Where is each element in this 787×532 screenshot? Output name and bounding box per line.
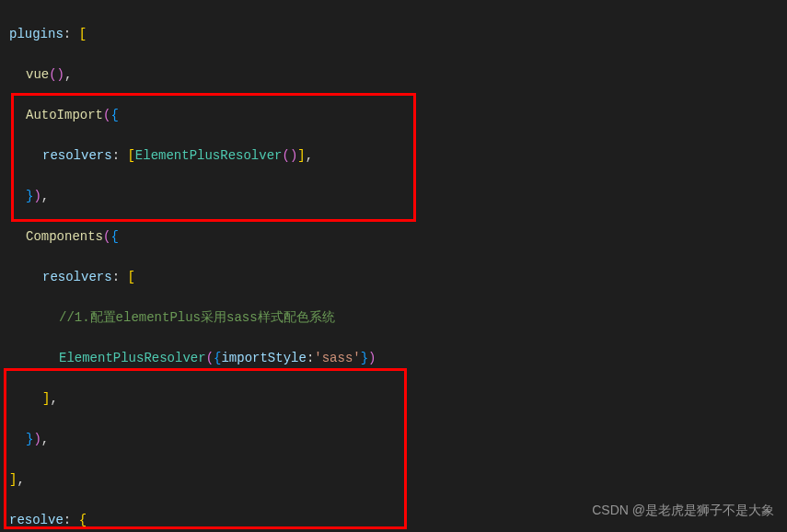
watermark-text: CSDN @是老虎是狮子不是大象 bbox=[592, 503, 774, 519]
code-line: vue(), bbox=[9, 64, 778, 85]
code-line: ], bbox=[9, 388, 778, 409]
code-line: resolvers: [ bbox=[9, 267, 778, 287]
code-line: ElementPlusResolver({importStyle:'sass'}… bbox=[9, 348, 778, 368]
code-editor[interactable]: plugins: [ vue(), AutoImport({ resolvers… bbox=[0, 0, 787, 532]
code-line: }), bbox=[9, 429, 778, 449]
code-line: plugins: [ bbox=[9, 24, 778, 44]
code-line: AutoImport({ bbox=[9, 105, 778, 125]
code-line: }), bbox=[9, 186, 778, 206]
code-line: //1.配置elementPlus采用sass样式配色系统 bbox=[9, 307, 778, 328]
code-line: resolvers: [ElementPlusResolver()], bbox=[9, 145, 778, 166]
code-line: Components({ bbox=[9, 226, 778, 247]
code-line: ], bbox=[9, 469, 778, 490]
